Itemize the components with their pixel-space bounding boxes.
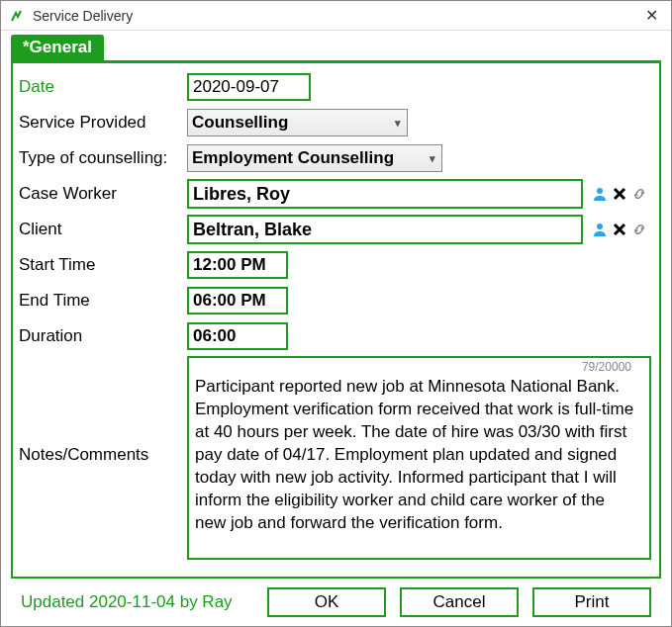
client-input[interactable] [187,215,583,244]
type-counselling-select[interactable]: Employment Counselling ▾ [187,144,442,172]
label-duration: Duration [17,326,187,346]
service-provided-value: Counselling [192,113,288,133]
notes-text: Participant reported new job at Minnesot… [189,358,649,541]
app-icon [9,8,25,24]
clear-person-icon[interactable] [611,185,628,203]
footer-bar: Updated 2020-11-04 by Ray OK Cancel Prin… [11,579,661,626]
close-icon[interactable]: ✕ [639,4,663,28]
print-button[interactable]: Print [532,587,651,617]
svg-point-1 [597,224,603,229]
char-count: 79/20000 [582,360,631,374]
date-input[interactable] [187,73,311,101]
case-worker-input[interactable] [187,179,583,209]
tab-general[interactable]: *General [11,35,104,60]
label-case-worker: Case Worker [17,184,187,204]
start-time-input[interactable] [187,251,288,279]
form-panel: Date Service Provided Counselling ▾ [11,60,661,579]
tabbar: *General [11,35,661,60]
label-start-time: Start Time [17,255,187,275]
person-icon[interactable] [591,185,609,203]
window-title: Service Delivery [33,8,639,24]
ok-button[interactable]: OK [267,587,386,617]
label-service-provided: Service Provided [17,113,187,133]
service-delivery-window: Service Delivery ✕ *General Date Service… [0,0,672,627]
end-time-input[interactable] [187,287,288,314]
duration-input[interactable] [187,322,288,350]
label-notes: Notes/Comments [17,356,187,560]
chevron-down-icon: ▾ [430,152,435,165]
type-counselling-value: Employment Counselling [192,148,394,168]
titlebar: Service Delivery ✕ [1,1,671,31]
clear-person-icon[interactable] [611,221,628,238]
label-type-counselling: Type of counselling: [17,148,187,168]
status-text: Updated 2020-11-04 by Ray [21,592,253,612]
content-area: *General Date Service Provided Counselli… [1,31,671,626]
notes-textarea[interactable]: 79/20000 Participant reported new job at… [187,356,651,560]
link-icon[interactable] [630,185,648,203]
label-client: Client [17,220,187,239]
person-icon[interactable] [591,221,609,238]
svg-point-0 [597,188,603,194]
service-provided-select[interactable]: Counselling ▾ [187,109,408,136]
cancel-button[interactable]: Cancel [400,587,519,617]
link-icon[interactable] [630,221,648,238]
label-end-time: End Time [17,291,187,311]
label-date: Date [17,77,187,97]
chevron-down-icon: ▾ [395,117,401,130]
